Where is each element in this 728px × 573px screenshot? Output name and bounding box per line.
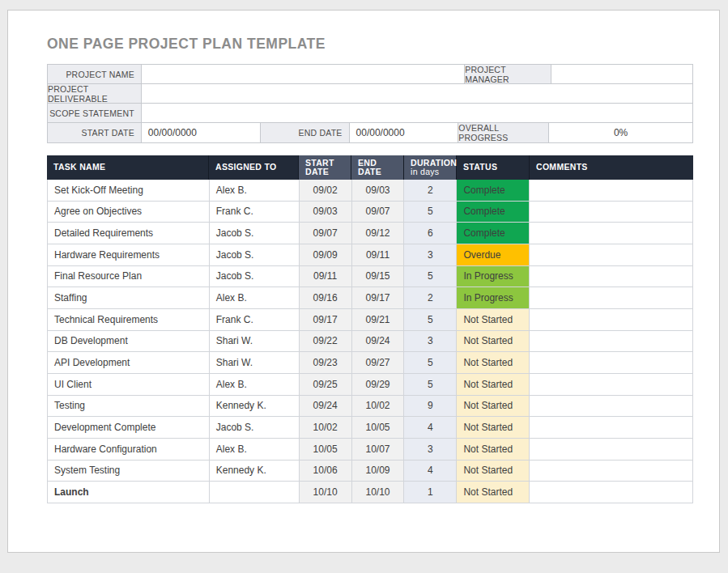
task-name-cell[interactable]: Technical Requirements — [48, 309, 210, 331]
comments-cell[interactable] — [530, 352, 693, 374]
assigned-to-cell[interactable]: Kennedy K. — [210, 461, 300, 482]
start-date-cell[interactable]: 10/05 — [300, 439, 352, 461]
assigned-to-cell[interactable]: Alex B. — [210, 287, 300, 309]
status-cell[interactable]: Complete — [457, 202, 530, 223]
assigned-to-cell[interactable]: Alex B. — [210, 439, 300, 461]
duration-cell[interactable]: 6 — [404, 223, 457, 244]
task-name-cell[interactable]: Hardware Configuration — [48, 439, 210, 461]
start-date-cell[interactable]: 09/23 — [300, 352, 352, 374]
task-name-cell[interactable]: Launch — [48, 482, 210, 503]
start-date-cell[interactable]: 10/02 — [300, 417, 352, 439]
assigned-to-cell[interactable]: Jacob S. — [210, 223, 300, 244]
duration-cell[interactable]: 5 — [404, 374, 457, 396]
start-date-cell[interactable]: 10/06 — [300, 461, 352, 482]
start-date-cell[interactable]: 09/17 — [300, 309, 352, 331]
assigned-to-cell[interactable]: Alex B. — [210, 374, 300, 396]
project-name-value[interactable] — [142, 65, 465, 84]
start-date-cell[interactable]: 09/22 — [300, 331, 352, 353]
start-date-cell[interactable]: 09/24 — [300, 396, 352, 418]
duration-cell[interactable]: 1 — [404, 482, 457, 503]
end-date-cell[interactable]: 09/21 — [352, 309, 405, 331]
assigned-to-cell[interactable]: Shari W. — [210, 331, 300, 353]
end-date-cell[interactable]: 09/07 — [352, 202, 405, 223]
status-cell[interactable]: In Progress — [457, 287, 530, 309]
comments-cell[interactable] — [530, 482, 693, 503]
end-date-cell[interactable]: 09/17 — [352, 287, 405, 309]
comments-cell[interactable] — [530, 287, 693, 309]
start-date-cell[interactable]: 09/07 — [300, 223, 352, 244]
duration-cell[interactable]: 5 — [404, 202, 457, 223]
assigned-to-cell[interactable]: Kennedy K. — [210, 396, 300, 418]
comments-cell[interactable] — [530, 331, 693, 353]
start-date-value[interactable]: 00/00/0000 — [142, 123, 261, 143]
end-date-cell[interactable]: 09/12 — [352, 223, 405, 244]
status-cell[interactable]: Not Started — [457, 352, 530, 374]
start-date-cell[interactable]: 09/03 — [300, 202, 352, 223]
status-cell[interactable]: Complete — [457, 223, 530, 244]
project-deliverable-value[interactable] — [142, 84, 693, 104]
task-name-cell[interactable]: Hardware Requirements — [48, 244, 210, 266]
task-name-cell[interactable]: Development Complete — [48, 417, 210, 439]
task-name-cell[interactable]: Final Resource Plan — [48, 266, 210, 288]
status-cell[interactable]: Not Started — [457, 309, 530, 331]
assigned-to-cell[interactable]: Jacob S. — [210, 244, 300, 266]
end-date-cell[interactable]: 10/09 — [352, 461, 405, 482]
task-name-cell[interactable]: Agree on Objectives — [48, 202, 210, 223]
start-date-cell[interactable]: 10/10 — [300, 482, 352, 503]
status-cell[interactable]: Complete — [457, 180, 530, 202]
comments-cell[interactable] — [530, 202, 693, 223]
end-date-cell[interactable]: 09/03 — [352, 180, 405, 202]
duration-cell[interactable]: 5 — [404, 266, 457, 288]
duration-cell[interactable]: 5 — [404, 309, 457, 331]
start-date-cell[interactable]: 09/25 — [300, 374, 352, 396]
assigned-to-cell[interactable]: Frank C. — [210, 202, 300, 223]
task-name-cell[interactable]: Testing — [48, 396, 210, 418]
task-name-cell[interactable]: API Development — [48, 352, 210, 374]
start-date-cell[interactable]: 09/02 — [300, 180, 352, 202]
assigned-to-cell[interactable]: Alex B. — [210, 180, 300, 202]
status-cell[interactable]: Not Started — [457, 331, 530, 353]
status-cell[interactable]: Not Started — [457, 439, 530, 461]
comments-cell[interactable] — [530, 461, 693, 482]
comments-cell[interactable] — [530, 223, 693, 244]
assigned-to-cell[interactable]: Shari W. — [210, 352, 300, 374]
scope-statement-value[interactable] — [142, 104, 693, 123]
duration-cell[interactable]: 4 — [404, 461, 457, 482]
assigned-to-cell[interactable]: Jacob S. — [210, 266, 300, 288]
comments-cell[interactable] — [530, 180, 693, 202]
comments-cell[interactable] — [530, 374, 693, 396]
comments-cell[interactable] — [530, 396, 693, 418]
assigned-to-cell[interactable]: Frank C. — [210, 309, 300, 331]
status-cell[interactable]: In Progress — [457, 266, 530, 288]
duration-cell[interactable]: 3 — [404, 439, 457, 461]
start-date-cell[interactable]: 09/11 — [300, 266, 352, 288]
end-date-cell[interactable]: 09/11 — [352, 244, 405, 266]
assigned-to-cell[interactable]: Jacob S. — [210, 417, 300, 439]
task-name-cell[interactable]: Staffing — [48, 287, 210, 309]
end-date-cell[interactable]: 09/27 — [352, 352, 405, 374]
comments-cell[interactable] — [530, 439, 693, 461]
task-name-cell[interactable]: System Testing — [48, 461, 210, 482]
status-cell[interactable]: Not Started — [457, 374, 530, 396]
comments-cell[interactable] — [530, 266, 693, 288]
duration-cell[interactable]: 4 — [404, 417, 457, 439]
project-manager-value[interactable] — [551, 65, 693, 84]
comments-cell[interactable] — [530, 309, 693, 331]
duration-cell[interactable]: 3 — [404, 244, 457, 266]
start-date-cell[interactable]: 09/09 — [300, 244, 352, 266]
status-cell[interactable]: Not Started — [457, 461, 530, 482]
task-name-cell[interactable]: Detailed Requirements — [48, 223, 210, 244]
end-date-cell[interactable]: 09/15 — [352, 266, 405, 288]
assigned-to-cell[interactable] — [210, 482, 300, 503]
duration-cell[interactable]: 5 — [404, 352, 457, 374]
status-cell[interactable]: Not Started — [457, 417, 530, 439]
start-date-cell[interactable]: 09/16 — [300, 287, 352, 309]
task-name-cell[interactable]: UI Client — [48, 374, 210, 396]
end-date-cell[interactable]: 10/02 — [352, 396, 405, 418]
status-cell[interactable]: Not Started — [457, 396, 530, 418]
status-cell[interactable]: Not Started — [457, 482, 530, 503]
duration-cell[interactable]: 3 — [404, 331, 457, 353]
status-cell[interactable]: Overdue — [457, 244, 530, 266]
end-date-value[interactable]: 00/00/0000 — [350, 123, 459, 143]
duration-cell[interactable]: 2 — [404, 180, 457, 202]
